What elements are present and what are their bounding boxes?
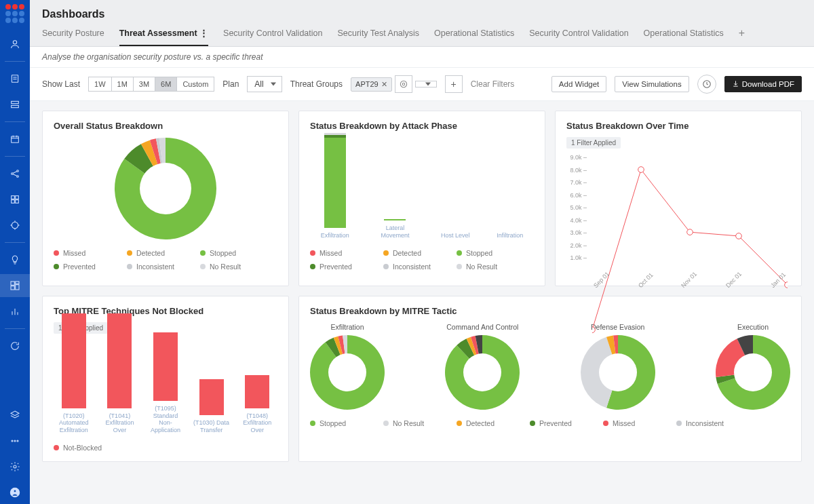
threat-dropdown[interactable] xyxy=(415,81,437,88)
svg-rect-27 xyxy=(11,286,14,290)
filter-badge: 1 Filter Applied xyxy=(566,137,621,149)
legend-item: Missed xyxy=(310,249,364,257)
range-custom[interactable]: Custom xyxy=(177,77,214,92)
plan-label: Plan xyxy=(222,79,239,89)
nav-bulb-icon[interactable] xyxy=(0,248,30,271)
threat-settings-button[interactable] xyxy=(395,75,412,93)
svg-point-11 xyxy=(17,170,19,172)
legend-item: Detected xyxy=(457,419,511,427)
nav-layers-icon[interactable] xyxy=(0,404,30,427)
filter-bar: Show Last 1W1M3M6MCustom Plan All Threat… xyxy=(30,68,814,101)
card-title: Overall Status Breakdown xyxy=(54,121,277,131)
nav-chart-icon[interactable] xyxy=(0,300,30,323)
nav-target-icon[interactable] xyxy=(0,214,30,237)
tab-subtitle: Analyse the organisation security postur… xyxy=(30,47,814,68)
nav-gear-icon[interactable] xyxy=(0,455,30,478)
range-3m[interactable]: 3M xyxy=(134,77,155,92)
svg-line-14 xyxy=(13,174,16,176)
add-tab-button[interactable]: + xyxy=(739,27,745,46)
svg-point-51 xyxy=(734,353,772,391)
legend-item: Prevented xyxy=(54,263,108,271)
svg-rect-16 xyxy=(16,196,19,199)
svg-line-13 xyxy=(13,172,16,174)
add-widget-button[interactable]: Add Widget xyxy=(551,76,606,92)
card-over-time: Status Breakdown Over Time 1 Filter Appl… xyxy=(555,111,802,286)
svg-point-38 xyxy=(402,83,405,85)
svg-rect-4 xyxy=(12,101,19,103)
threat-group-chip[interactable]: APT29✕ xyxy=(351,77,392,92)
svg-point-43 xyxy=(592,327,595,333)
legend-item: Stopped xyxy=(457,249,511,257)
card-mitre-not-blocked: Top MITRE Techniques Not Blocked 1 Filte… xyxy=(42,296,289,462)
tab-operational-statistics[interactable]: Operational Statistics xyxy=(434,28,514,45)
tab-operational-statistics[interactable]: Operational Statistics xyxy=(644,28,724,45)
range-1w[interactable]: 1W xyxy=(88,77,112,92)
svg-point-37 xyxy=(14,490,16,492)
legend: MissedDetectedStoppedPreventedInconsiste… xyxy=(54,249,277,271)
show-last-label: Show Last xyxy=(42,79,80,89)
range-6m[interactable]: 6M xyxy=(155,77,177,92)
app-logo[interactable] xyxy=(5,4,24,23)
svg-point-10 xyxy=(12,173,14,175)
nav-stack-icon[interactable] xyxy=(0,93,30,116)
svg-point-44 xyxy=(638,167,644,173)
svg-point-48 xyxy=(328,353,366,391)
side-nav xyxy=(0,0,30,504)
legend-item: Stopped xyxy=(310,419,364,427)
range-1m[interactable]: 1M xyxy=(112,77,134,92)
page-title: Dashboards xyxy=(42,8,802,20)
card-by-phase: Status Breakdown by Attack Phase Exfiltr… xyxy=(298,111,545,286)
svg-point-39 xyxy=(400,81,406,87)
mitre-bar-chart: (T1020) Automated Exfiltration(T1041) Ex… xyxy=(54,339,277,434)
download-pdf-button[interactable]: Download PDF xyxy=(724,76,802,92)
svg-rect-15 xyxy=(12,196,15,199)
legend-item: No Result xyxy=(457,263,511,271)
card-title: Status Breakdown Over Time xyxy=(566,121,790,131)
svg-point-50 xyxy=(599,353,637,391)
range-segmented: 1W1M3M6MCustom xyxy=(88,77,214,92)
svg-point-34 xyxy=(17,440,18,442)
svg-rect-6 xyxy=(12,136,19,142)
svg-rect-25 xyxy=(16,282,19,284)
nav-dashboard-icon[interactable] xyxy=(0,274,30,297)
line-chart: 9.0k –8.0k –7.0k –6.0k –5.0k –4.0k –3.0k… xyxy=(566,154,790,276)
svg-point-42 xyxy=(140,163,191,214)
legend-item: Prevented xyxy=(310,263,364,271)
svg-point-32 xyxy=(12,440,13,442)
svg-point-35 xyxy=(14,465,16,468)
plan-select[interactable]: All xyxy=(247,76,282,92)
threat-groups-label: Threat Groups xyxy=(290,79,343,89)
svg-rect-17 xyxy=(12,200,15,203)
nav-user-icon[interactable] xyxy=(0,33,30,56)
legend-item: Missed xyxy=(603,419,657,427)
nav-avatar-icon[interactable] xyxy=(0,481,30,504)
tab-threat-assessment[interactable]: Threat Assessment ⋮ xyxy=(119,28,208,46)
tab-security-control-validation[interactable]: Security Control Validation xyxy=(529,28,628,45)
nav-grid-icon[interactable] xyxy=(0,188,30,211)
add-filter-button[interactable]: + xyxy=(445,75,463,93)
legend-item: Stopped xyxy=(200,249,254,257)
legend-item: Detected xyxy=(383,249,438,257)
legend: Not-Blocked xyxy=(54,444,277,452)
tab-security-control-validation[interactable]: Security Control Validation xyxy=(223,28,322,45)
close-icon[interactable]: ✕ xyxy=(381,80,387,89)
legend-item: Missed xyxy=(54,249,108,257)
legend-item: Inconsistent xyxy=(383,263,438,271)
history-button[interactable] xyxy=(697,75,716,94)
svg-rect-26 xyxy=(16,285,19,290)
card-title: Status Breakdown by Attack Phase xyxy=(310,121,534,131)
nav-calendar-icon[interactable] xyxy=(0,128,30,151)
svg-rect-1 xyxy=(12,75,18,83)
nav-share-icon[interactable] xyxy=(0,162,30,185)
nav-refresh-icon[interactable] xyxy=(0,334,30,357)
svg-point-19 xyxy=(12,222,18,228)
svg-point-49 xyxy=(463,353,501,391)
view-simulations-button[interactable]: View Simulations xyxy=(615,76,689,92)
nav-more-icon[interactable] xyxy=(0,429,30,452)
tab-security-posture[interactable]: Security Posture xyxy=(42,28,104,45)
phase-bar-chart: ExfiltrationLateral MovementHost LevelIn… xyxy=(310,138,534,239)
nav-doc-icon[interactable] xyxy=(0,67,30,90)
tab-security-test-analysis[interactable]: Security Test Analysis xyxy=(337,28,419,45)
clear-filters-button[interactable]: Clear Filters xyxy=(471,79,515,89)
overall-donut-chart xyxy=(115,138,216,239)
